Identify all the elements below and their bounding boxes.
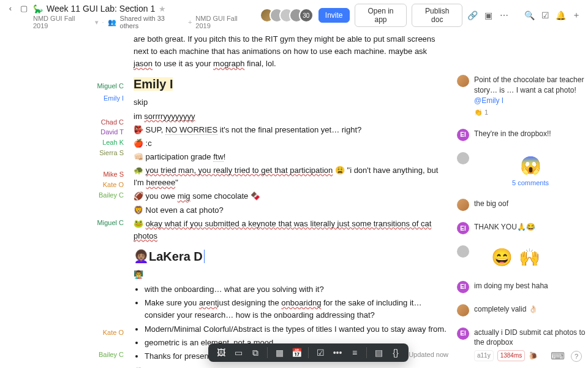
list-item[interactable]: Modern/Minimal Colorful/Abstract is the … <box>145 323 447 335</box>
text: Point of the chocolate bar teacher story… <box>474 75 584 94</box>
topbar-right: 30 Invite Open in app Publish doc 🔗 ▣ ⋯ … <box>260 4 582 27</box>
heading-lakera[interactable]: 👩🏽‍🦱LaKera D <box>134 247 447 266</box>
line-sorry[interactable]: im sorrrryyyyyyyy <box>134 110 447 123</box>
text: just designing the <box>217 298 282 307</box>
left-rail <box>0 32 17 368</box>
mention[interactable]: @Emily I <box>474 96 503 105</box>
checkbox-icon[interactable]: ☑ <box>314 348 327 358</box>
more-icon[interactable]: ⋯ <box>499 10 510 20</box>
dropbox-icon[interactable]: ⧉ <box>249 348 262 358</box>
present-icon[interactable]: ▣ <box>483 10 494 20</box>
tag-chip[interactable]: a11y <box>474 350 494 361</box>
line-mike1[interactable]: 🏈 you owe mig some chocolate 🍫 <box>134 190 447 202</box>
insert-toolbar[interactable]: 🖼 ▭ ⧉ ▦ 📅 ☑ ••• ≡ ▤ {} <box>208 343 409 362</box>
table-icon[interactable]: ▦ <box>273 348 286 358</box>
comment[interactable]: EI They're in the dropbox!! <box>457 129 587 141</box>
dotted-text: ftw <box>213 152 224 162</box>
check-icon[interactable]: ☑ <box>540 10 551 20</box>
line-sierra[interactable]: 🐢 you tried man, you really tried to get… <box>134 164 447 189</box>
comment[interactable]: completely valid 👌🏻 <box>457 304 587 316</box>
text: some chocolate 🍫 <box>190 191 260 201</box>
perf-chip[interactable]: 1384ms <box>497 350 526 361</box>
avatar-stack[interactable]: 30 <box>260 8 314 23</box>
search-icon[interactable]: 🔍 <box>524 10 535 20</box>
doc-content[interactable]: are both great. If you pitch this to the… <box>134 32 452 368</box>
avatar <box>457 75 469 87</box>
wavy-text: okay what if you submitted a keynote tha… <box>134 219 431 240</box>
line-bailey1[interactable]: 🐸 okay what if you submitted a keynote t… <box>134 218 447 242</box>
embed-icon[interactable]: ▭ <box>232 348 245 358</box>
big-emoji: 🙌 <box>519 245 540 269</box>
avatar <box>457 152 469 164</box>
comment-reaction-pair[interactable]: 😄 🙌 <box>457 245 587 269</box>
keyboard-icon[interactable]: ⌨ <box>551 350 565 362</box>
layout-icon[interactable]: ▤ <box>372 348 385 358</box>
code-icon[interactable]: {} <box>389 348 402 358</box>
intro-paragraph[interactable]: are both great. If you pitch this to the… <box>134 33 447 70</box>
star-icon[interactable]: ★ <box>159 4 166 13</box>
publish-button[interactable]: Publish doc <box>412 4 462 27</box>
help-icon[interactable]: ? <box>571 351 582 362</box>
bullet-list-icon[interactable]: ••• <box>331 348 344 358</box>
topbar-left: ‹ ▢ 🦕 Week 11 GUI Lab: Section 1 ★ NMD G… <box>5 4 254 29</box>
text: 🐢 <box>134 166 146 175</box>
author-label: Mike S <box>103 171 124 178</box>
comment-body: THANK YOU🙏😂 <box>474 222 587 232</box>
teacher-emoji-line[interactable]: 👨‍🏫 <box>134 269 447 281</box>
back-icon[interactable]: ‹ <box>5 4 16 13</box>
chevron-down-icon[interactable]: ▾ <box>95 18 99 26</box>
folder-link[interactable]: NMD GUI Fall 2019 <box>33 15 91 29</box>
text: 🐸 <box>134 219 146 228</box>
numbered-list-icon[interactable]: ≡ <box>348 348 361 358</box>
list-item[interactable]: with the onboarding… what are you solvin… <box>145 283 447 296</box>
avatar-overflow[interactable]: 30 <box>299 8 314 23</box>
doc-emoji: 🦕 <box>33 4 43 13</box>
reaction-chip[interactable]: 👏 1 <box>474 108 587 117</box>
link-icon[interactable]: 🔗 <box>467 10 478 20</box>
comment[interactable]: EI im doing my best haha <box>457 281 587 293</box>
people-icon: 👥 <box>108 18 116 26</box>
open-in-app-button[interactable]: Open in app <box>355 4 407 27</box>
calendar-icon[interactable]: 📅 <box>290 348 303 358</box>
doc-title[interactable]: Week 11 GUI Lab: Section 1 <box>47 4 155 13</box>
topbar: ‹ ▢ 🦕 Week 11 GUI Lab: Section 1 ★ NMD G… <box>0 0 588 32</box>
text: ! <box>224 152 226 161</box>
shared-with[interactable]: Shared with 33 others <box>120 15 184 29</box>
wavy-text: jason <box>134 59 153 68</box>
comments-link[interactable]: 5 comments <box>474 178 587 188</box>
page-grid: Miguel CEmily IChad CDavid TLeah KSierra… <box>0 32 588 368</box>
heading-emily[interactable]: Emily I <box>134 75 447 94</box>
snail-icon: 🐌 <box>529 351 538 361</box>
text: are both great. If you pitch this to the… <box>134 34 435 56</box>
text: it's not the final presentation yet… rig… <box>217 125 361 134</box>
comment-body: They're in the dropbox!! <box>474 129 587 139</box>
wavy-text: hereeee <box>146 178 176 187</box>
image-icon[interactable]: 🖼 <box>214 348 228 358</box>
line-skip[interactable]: skip <box>134 96 447 109</box>
shared-extra[interactable]: NMD GUI Fall 2019 <box>195 15 254 29</box>
line-kate1[interactable]: 🦁 Not even a cat photo? <box>134 204 447 217</box>
invite-button[interactable]: Invite <box>318 8 350 23</box>
comment[interactable]: the big oof <box>457 199 587 211</box>
author-label: Bailey C <box>99 191 124 199</box>
comment[interactable]: Point of the chocolate bar teacher story… <box>457 75 587 118</box>
line-chad[interactable]: 👺 SUP, NO WORRIES it's not the final pre… <box>134 124 447 136</box>
wavy-text: you tried man, you really tried to get t… <box>146 166 333 175</box>
comment-body: completely valid 👌🏻 <box>474 304 587 315</box>
author-label: Miguel C <box>97 82 124 90</box>
author-label: Emily I <box>104 94 124 102</box>
wavy-text: arent <box>199 298 217 307</box>
author-label: Bailey C <box>99 351 124 358</box>
bell-icon[interactable]: 🔔 <box>556 10 567 20</box>
nav-icons: ‹ ▢ <box>5 4 29 13</box>
comment-reaction[interactable]: 😱 5 comments <box>457 152 587 188</box>
comment[interactable]: EI THANK YOU🙏😂 <box>457 222 587 234</box>
avatar <box>457 245 469 258</box>
line-leah[interactable]: 👊🏻 participation grade ftw! <box>134 151 447 163</box>
panel-icon[interactable]: ▢ <box>18 4 29 13</box>
line-david[interactable]: 🍎 :c <box>134 137 447 150</box>
list-item[interactable]: Make sure you arentjust designing the on… <box>145 297 447 321</box>
plus-icon[interactable]: ＋ <box>571 10 582 21</box>
avatar: EI <box>457 222 469 234</box>
title-line: 🦕 Week 11 GUI Lab: Section 1 ★ <box>33 4 254 13</box>
